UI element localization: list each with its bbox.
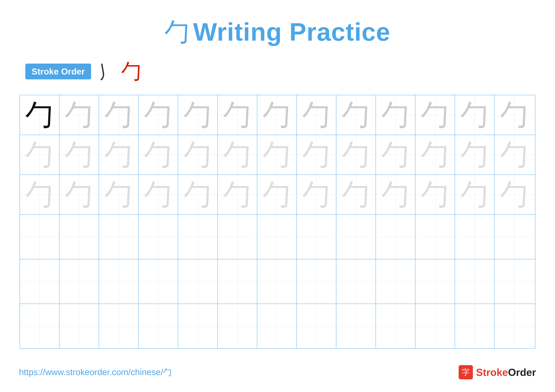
grid-cell[interactable]	[495, 304, 534, 348]
page-title: 勹 Writing Practice	[165, 17, 390, 46]
grid-cell[interactable]	[99, 259, 139, 304]
grid-cell[interactable]: 勹	[99, 95, 139, 135]
grid-cell[interactable]: 勹	[20, 135, 59, 175]
grid-cell[interactable]: 勹	[416, 135, 455, 175]
grid-cell[interactable]: 勹	[455, 175, 495, 214]
grid-cell[interactable]	[376, 259, 416, 304]
grid-cell[interactable]	[20, 215, 59, 259]
grid-cell[interactable]	[297, 215, 336, 259]
grid-cell[interactable]	[336, 259, 376, 304]
grid-cell[interactable]	[257, 215, 297, 259]
practice-char: 勹	[342, 176, 370, 214]
grid-cell[interactable]: 勹	[297, 175, 336, 214]
grid-cell[interactable]	[178, 304, 218, 348]
grid-cell[interactable]: 勹	[59, 135, 99, 175]
grid-cell[interactable]	[455, 304, 495, 348]
grid-cell[interactable]	[218, 259, 257, 304]
grid-cell[interactable]	[99, 215, 139, 259]
grid-row-4	[20, 215, 535, 259]
grid-cell[interactable]: 勹	[495, 135, 534, 175]
practice-char: 勹	[381, 96, 410, 134]
grid-cell[interactable]: 勹	[178, 95, 218, 135]
grid-cell[interactable]	[257, 259, 297, 304]
grid-cell[interactable]: 勹	[336, 135, 376, 175]
practice-char: 勹	[25, 176, 54, 214]
grid-cell[interactable]	[257, 304, 297, 348]
grid-cell[interactable]	[336, 304, 376, 348]
grid-cell[interactable]: 勹	[455, 95, 495, 135]
grid-cell[interactable]	[20, 259, 59, 304]
grid-cell[interactable]: 勹	[178, 175, 218, 214]
grid-cell[interactable]: 勹	[218, 95, 257, 135]
grid-cell[interactable]	[297, 304, 336, 348]
grid-cell[interactable]: 勹	[139, 175, 178, 214]
grid-row-2: 勹 勹 勹 勹 勹 勹 勹 勹 勹	[20, 135, 535, 175]
title-text: Writing Practice	[193, 17, 390, 46]
grid-cell[interactable]: 勹	[455, 135, 495, 175]
grid-cell[interactable]: 勹	[416, 175, 455, 214]
grid-cell[interactable]: 勹	[297, 95, 336, 135]
grid-cell[interactable]	[139, 304, 178, 348]
grid-cell[interactable]	[416, 215, 455, 259]
practice-char: 勹	[263, 176, 291, 214]
grid-cell[interactable]	[99, 304, 139, 348]
grid-cell[interactable]: 勹	[20, 175, 59, 214]
grid-cell[interactable]: 勹	[416, 95, 455, 135]
grid-cell[interactable]	[59, 259, 99, 304]
grid-cell[interactable]: 勹	[336, 95, 376, 135]
grid-cell[interactable]	[416, 304, 455, 348]
grid-cell[interactable]: 勹	[178, 135, 218, 175]
stroke-order-badge: Stroke Order	[25, 64, 91, 79]
grid-cell[interactable]	[416, 259, 455, 304]
grid-cell[interactable]: 勹	[297, 135, 336, 175]
grid-cell[interactable]	[455, 215, 495, 259]
grid-cell[interactable]: 勹	[99, 135, 139, 175]
grid-cell[interactable]	[455, 259, 495, 304]
grid-row-1: 勹 勹 勹 勹 勹 勹 勹 勹 勹	[20, 95, 535, 135]
practice-char: 勹	[223, 136, 252, 174]
grid-cell[interactable]	[297, 259, 336, 304]
grid-cell[interactable]	[139, 259, 178, 304]
grid-cell[interactable]: 勹	[376, 135, 416, 175]
grid-cell[interactable]	[495, 215, 534, 259]
grid-cell[interactable]: 勹	[20, 95, 59, 135]
practice-char: 勹	[500, 96, 529, 134]
practice-char: 勹	[421, 96, 449, 134]
grid-cell[interactable]: 勹	[99, 175, 139, 214]
grid-cell[interactable]: 勹	[257, 95, 297, 135]
grid-cell[interactable]: 勹	[218, 135, 257, 175]
grid-cell[interactable]: 勹	[218, 175, 257, 214]
grid-cell[interactable]: 勹	[257, 175, 297, 214]
practice-char: 勹	[183, 96, 212, 134]
grid-cell[interactable]: 勹	[139, 95, 178, 135]
grid-cell[interactable]	[20, 304, 59, 348]
grid-cell[interactable]: 勹	[139, 135, 178, 175]
practice-char: 勹	[342, 136, 370, 174]
grid-cell[interactable]	[59, 304, 99, 348]
grid-cell[interactable]: 勹	[495, 95, 534, 135]
grid-cell[interactable]: 勹	[59, 175, 99, 214]
grid-cell[interactable]	[336, 215, 376, 259]
practice-char: 勹	[65, 96, 93, 134]
grid-cell[interactable]	[139, 215, 178, 259]
grid-cell[interactable]	[376, 215, 416, 259]
grid-cell[interactable]: 勹	[495, 175, 534, 214]
grid-cell[interactable]	[218, 304, 257, 348]
stroke-1: 丿	[95, 58, 117, 85]
practice-char: 勹	[65, 176, 93, 214]
footer-url[interactable]: https://www.strokeorder.com/chinese/勹	[19, 366, 172, 378]
grid-cell[interactable]: 勹	[376, 95, 416, 135]
grid-cell[interactable]	[178, 215, 218, 259]
practice-grid: 勹 勹 勹 勹 勹 勹 勹 勹 勹	[20, 95, 535, 349]
grid-cell[interactable]	[59, 215, 99, 259]
practice-char: 勹	[183, 136, 212, 174]
grid-cell[interactable]	[495, 259, 534, 304]
page: 勹 Writing Practice Stroke Order 丿 勹 勹 勹 …	[0, 0, 555, 392]
grid-cell[interactable]: 勹	[59, 95, 99, 135]
grid-cell[interactable]: 勹	[376, 175, 416, 214]
grid-cell[interactable]: 勹	[336, 175, 376, 214]
grid-cell[interactable]	[376, 304, 416, 348]
grid-cell[interactable]: 勹	[257, 135, 297, 175]
grid-cell[interactable]	[178, 259, 218, 304]
grid-cell[interactable]	[218, 215, 257, 259]
